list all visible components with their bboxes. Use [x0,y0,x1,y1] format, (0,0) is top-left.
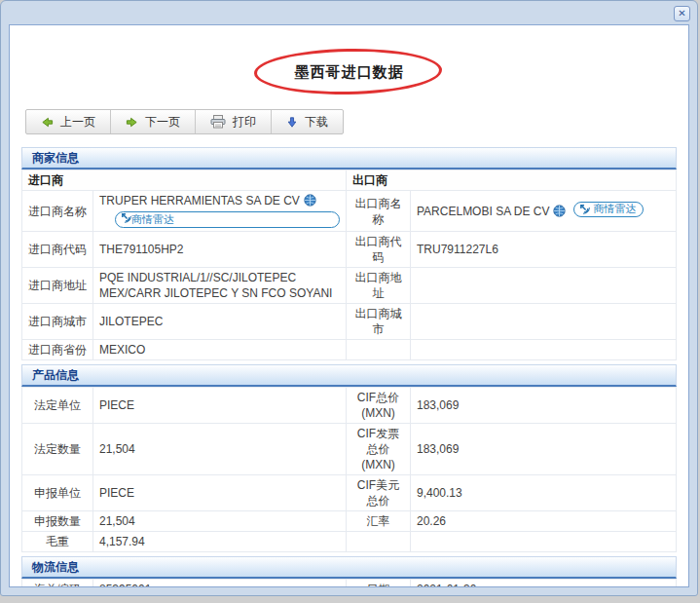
field-label: 出口商代码 [347,232,411,268]
table-row: 进口商城市JILOTEPEC出口商城市 [22,304,677,340]
field-label: CIF总价(MXN) [347,388,411,424]
field-label: 法定数量 [22,424,93,475]
section-header-logistics-info: 物流信息 [21,556,677,579]
blue-arrow-down-icon [286,116,298,129]
field-label: 出口商名称 [347,191,411,232]
field-value: PARCELMOBI SA DE CV商情雷达 [411,191,677,232]
printer-icon [210,115,226,129]
radar-badge-label: 商情雷达 [131,213,174,225]
field-value: 2021-01-30 [411,580,677,588]
next-page-button[interactable]: 下一页 [111,110,196,133]
section-header-product-info: 产品信息 [21,364,677,387]
table-row: 申报数量21,504汇率20.26 [22,511,677,532]
product-info-table: 法定单位PIECECIF总价(MXN)183,069法定数量21,504CIF发… [21,387,677,552]
globe-icon[interactable] [304,194,316,210]
field-value: 9,400.13 [411,475,677,511]
table-row: 申报单位PIECECIF美元总价9,400.13 [22,475,677,511]
company-name: PARCELMOBI SA DE CV [417,205,549,218]
title-area: 墨西哥进口数据 [247,46,452,98]
field-label: 法定单位 [22,388,93,424]
merchant-info-table: 进口商出口商进口商名称TRUPER HERRAMIENTAS SA DE CV商… [21,170,677,360]
field-label: 进口商省份 [22,340,93,360]
print-button[interactable]: 打印 [196,110,272,133]
field-label: 海关编码 [22,580,93,588]
field-label: 申报数量 [22,511,93,532]
table-row: 毛重4,157.94 [22,532,677,552]
field-label: 进口商地址 [22,268,93,304]
green-arrow-right-icon [126,116,138,129]
green-arrow-left-icon [41,116,54,129]
field-value: PQE INDUSTRIAL/1//SC/JILOTEPEC MEX/CARR … [93,268,347,304]
field-label: 进口商城市 [22,304,93,340]
table-row: 进口商名称TRUPER HERRAMIENTAS SA DE CV商情雷达出口商… [22,191,677,232]
globe-icon[interactable] [553,205,566,221]
field-value: PIECE [93,388,347,424]
field-value [411,268,677,304]
radar-icon [579,204,590,214]
field-label: CIF发票总价(MXN) [347,424,411,475]
red-circle-annotation [253,47,442,95]
radar-badge[interactable]: 商情雷达 [573,202,644,217]
table-row: 进口商地址PQE INDUSTRIAL/1//SC/JILOTEPEC MEX/… [22,268,677,304]
section-merchant-info: 商家信息进口商出口商进口商名称TRUPER HERRAMIENTAS SA DE… [21,147,677,360]
close-icon: ✕ [678,9,685,19]
table-row: 海关编码85395001日期2021-01-30 [22,580,677,588]
field-value [411,340,677,360]
field-value: THE791105HP2 [93,232,347,268]
field-label [347,532,411,552]
section-header-merchant-info: 商家信息 [21,147,677,170]
close-button[interactable]: ✕ [674,6,690,21]
table-row: 法定单位PIECECIF总价(MXN)183,069 [22,388,677,424]
import-data-dialog: ✕ 墨西哥进口数据 上一页 下一页 [0,0,698,596]
company-name: TRUPER HERRAMIENTAS SA DE CV [99,194,300,207]
field-label: 出口商地址 [347,268,411,304]
field-label [347,340,411,360]
column-header-importer: 进口商 [22,170,347,191]
next-page-label: 下一页 [145,114,180,130]
field-value: 21,504 [93,424,347,475]
field-label: 日期 [347,580,411,588]
field-value: TRU7911227L6 [411,232,677,268]
download-button[interactable]: 下载 [272,110,343,133]
field-value [411,304,677,340]
field-value: 4,157.94 [93,532,347,552]
field-value: PIECE [93,475,347,511]
field-value: JILOTEPEC [93,304,347,340]
section-logistics-info: 物流信息海关编码85395001日期2021-01-30原产国CHINA运输方式… [21,556,677,587]
field-value: 183,069 [411,424,677,475]
field-label: 毛重 [22,532,93,552]
field-label: 进口商代码 [22,232,93,268]
download-label: 下载 [305,114,328,130]
field-value: 21,504 [93,511,347,532]
prev-page-button[interactable]: 上一页 [26,110,111,133]
radar-badge-label: 商情雷达 [593,203,636,215]
dialog-titlebar: ✕ [1,1,697,24]
radar-icon [121,212,131,223]
logistics-info-table: 海关编码85395001日期2021-01-30原产国CHINA运输方式BY S… [21,579,677,587]
radar-badge[interactable]: 商情雷达 [115,211,340,228]
detail-sections: 商家信息进口商出口商进口商名称TRUPER HERRAMIENTAS SA DE… [21,147,677,587]
field-value: 183,069 [411,388,677,424]
field-label: 申报单位 [22,475,93,511]
field-value: 20.26 [411,511,677,532]
table-row: 进口商代码THE791105HP2出口商代码TRU7911227L6 [22,232,677,268]
field-value [411,532,677,552]
table-row: 进口商省份MEXICO [22,340,677,360]
field-value: MEXICO [93,340,347,360]
field-value: TRUPER HERRAMIENTAS SA DE CV商情雷达 [93,191,347,232]
section-product-info: 产品信息法定单位PIECECIF总价(MXN)183,069法定数量21,504… [21,364,677,552]
dialog-content: 墨西哥进口数据 上一页 下一页 [9,24,689,587]
field-label: 进口商名称 [22,191,93,232]
toolbar: 上一页 下一页 打印 [25,109,344,134]
field-label: CIF美元总价 [347,475,411,511]
prev-page-label: 上一页 [60,114,95,130]
table-row: 法定数量21,504CIF发票总价(MXN)183,069 [22,424,677,475]
field-label: 出口商城市 [347,304,411,340]
field-label: 汇率 [347,511,411,532]
field-value: 85395001 [93,580,347,588]
column-header-exporter: 出口商 [347,170,677,191]
print-label: 打印 [233,114,256,130]
